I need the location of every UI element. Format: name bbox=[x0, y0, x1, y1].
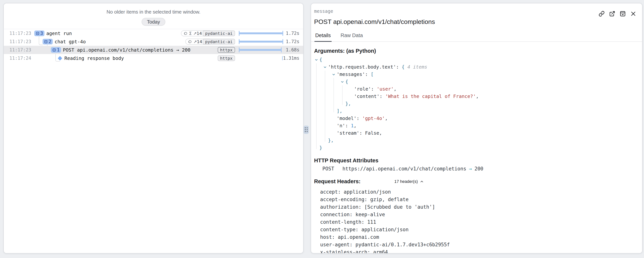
panel-title: POST api.openai.com/v1/chat/completions bbox=[314, 18, 642, 26]
code-token-s: 'What is the capital of France?' bbox=[385, 94, 476, 99]
request-headers-list: accept: application/jsonaccept-encoding:… bbox=[320, 188, 642, 254]
code-line: ], bbox=[314, 107, 642, 115]
dock-panel-bottom-icon[interactable] bbox=[620, 10, 626, 17]
header-line: content-type: application/json bbox=[320, 226, 642, 233]
empty-window-message: No older items in the selected time wind… bbox=[4, 9, 303, 15]
duration-bar-track bbox=[239, 46, 283, 54]
duration-bar bbox=[239, 49, 282, 51]
duration-bar bbox=[239, 32, 283, 34]
code-token-n: 1 bbox=[351, 123, 354, 128]
span-duration: 1.72s bbox=[286, 31, 300, 36]
trace-viewer-screen: No older items in the selected time wind… bbox=[0, 0, 644, 258]
arguments-heading: Arguments: (as Python) bbox=[314, 48, 642, 54]
code-token-b: ], bbox=[337, 108, 342, 114]
header-line: authorization: [Scrubbed due to 'auth'] bbox=[320, 203, 642, 211]
input-tokens-arrow-icon: ↗ bbox=[194, 39, 197, 44]
code-token-b: } bbox=[319, 145, 322, 150]
tab-details[interactable]: Details bbox=[314, 32, 332, 42]
collapse-children-badge[interactable]: 1 bbox=[51, 47, 61, 53]
span-duration: 1.68s bbox=[286, 47, 300, 52]
expand-chevron-icon[interactable] bbox=[323, 65, 328, 69]
scope-tag[interactable]: pydantic-ai bbox=[202, 30, 235, 36]
code-token-b: }, bbox=[345, 101, 351, 106]
span-row-chat-gpt-4o[interactable]: 11:17:23 2 chat gpt-4o ↗14 ↙8 pydantic-a… bbox=[4, 38, 303, 46]
http-status-code: 200 bbox=[474, 166, 484, 172]
code-line: 'messages': [ bbox=[314, 70, 642, 78]
code-token-p: : bbox=[380, 94, 385, 99]
trace-list-panel: No older items in the selected time wind… bbox=[4, 3, 304, 254]
today-button[interactable]: Today bbox=[142, 18, 165, 26]
span-rows: 11:17:23 3 agent run Σ ↗14 ↙8 pydantic bbox=[4, 29, 303, 62]
code-token-p: , bbox=[385, 116, 388, 121]
child-count: 2 bbox=[48, 39, 51, 44]
input-tokens: 14 bbox=[196, 31, 202, 36]
code-token-p: : bbox=[356, 116, 362, 121]
code-token-b: { bbox=[345, 79, 348, 84]
expand-chevron-icon[interactable] bbox=[314, 58, 319, 62]
collapse-children-badge[interactable]: 2 bbox=[42, 39, 53, 44]
header-line: accept: application/json bbox=[320, 188, 642, 196]
duration-bar bbox=[239, 41, 283, 42]
arguments-code-tree: {'http.request.body.text': { 4 items'mes… bbox=[314, 56, 642, 152]
open-external-icon[interactable] bbox=[609, 10, 616, 17]
code-line: { bbox=[314, 56, 642, 63]
span-kind-label: message bbox=[314, 9, 642, 14]
code-token-k: 'role' bbox=[354, 86, 371, 92]
http-url: https://api.openai.com/v1/chat/completio… bbox=[342, 166, 466, 172]
code-line: 'role': 'user', bbox=[314, 85, 642, 93]
code-token-k: 'http.request.body.text' bbox=[328, 64, 396, 70]
scope-tag[interactable]: httpx bbox=[218, 47, 235, 53]
span-name: POST api.openai.com/v1/chat/completions … bbox=[63, 47, 190, 53]
code-token-s: 'user' bbox=[376, 86, 394, 92]
request-headers-heading: Request Headers: bbox=[314, 178, 360, 184]
child-count: 1 bbox=[57, 47, 60, 52]
code-token-b: { bbox=[402, 64, 404, 70]
panel-resize-handle[interactable] bbox=[304, 126, 309, 134]
collapse-children-badge[interactable]: 3 bbox=[34, 30, 44, 36]
code-token-b: }, bbox=[328, 138, 334, 143]
copy-link-icon[interactable] bbox=[598, 10, 605, 17]
code-token-p: : bbox=[345, 123, 351, 128]
code-line: 'content': 'What is the capital of Franc… bbox=[314, 93, 642, 100]
request-headers-section: Request Headers: 17 header(s) bbox=[314, 178, 642, 185]
code-token-p: , bbox=[379, 130, 382, 136]
http-request-attr-line: POST https://api.openai.com/v1/chat/comp… bbox=[322, 166, 642, 172]
scope-tag[interactable]: httpx bbox=[218, 55, 235, 61]
leaf-span-diamond-icon bbox=[58, 56, 62, 60]
code-token-p: : bbox=[396, 64, 402, 70]
span-row-agent-run[interactable]: 11:17:23 3 agent run Σ ↗14 ↙8 pydantic bbox=[4, 29, 303, 38]
collapse-icon bbox=[52, 48, 56, 52]
headers-count: 17 header(s) bbox=[394, 179, 418, 184]
headers-count-toggle[interactable]: 17 header(s) bbox=[394, 179, 424, 184]
close-panel-icon[interactable] bbox=[630, 10, 636, 17]
expand-chevron-icon[interactable] bbox=[340, 80, 345, 84]
sigma-icon: Σ bbox=[189, 31, 192, 36]
status-arrow-icon: → bbox=[469, 166, 472, 172]
code-line: { bbox=[314, 78, 642, 85]
scope-tag[interactable]: pydantic-ai bbox=[202, 39, 235, 44]
input-tokens: 14 bbox=[197, 39, 202, 44]
code-token-b: [ bbox=[371, 72, 374, 77]
code-line: }, bbox=[314, 137, 642, 144]
span-name: Reading response body bbox=[64, 56, 124, 61]
span-row-reading-response-body[interactable]: 11:17:24 Reading response body httpx 1.3… bbox=[4, 54, 303, 62]
header-line: user-agent: pydantic-ai/0.1.7.dev13+c6b2… bbox=[320, 241, 642, 248]
span-name: chat gpt-4o bbox=[54, 39, 86, 44]
span-start-time: 11:17:23 bbox=[10, 47, 31, 52]
span-start-time: 11:17:23 bbox=[10, 39, 31, 44]
expand-chevron-icon[interactable] bbox=[332, 73, 337, 76]
code-token-p: : bbox=[365, 72, 371, 77]
collapse-icon bbox=[44, 40, 48, 44]
code-token-k: 'n' bbox=[337, 123, 345, 128]
code-token-k: 'messages' bbox=[337, 72, 365, 77]
tab-raw-data[interactable]: Raw Data bbox=[340, 32, 364, 42]
span-row-post-completions[interactable]: 11:17:23 1 POST api.openai.com/v1/chat/c… bbox=[4, 46, 303, 54]
code-token-k: 'content' bbox=[354, 94, 380, 99]
token-coin-icon bbox=[188, 40, 192, 44]
duration-bar-track bbox=[239, 54, 283, 62]
http-request-attributes-heading: HTTP Request Attributes bbox=[314, 158, 642, 164]
code-token-kw: False bbox=[365, 130, 379, 136]
code-line: }, bbox=[314, 100, 642, 107]
code-token-b: { bbox=[319, 57, 322, 62]
span-duration: 1.72s bbox=[286, 39, 300, 44]
